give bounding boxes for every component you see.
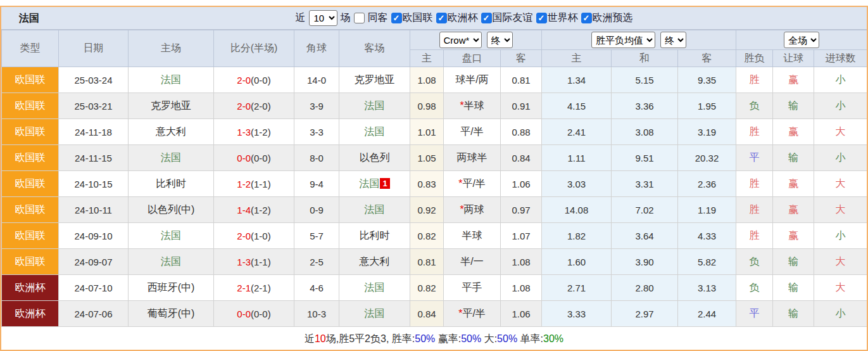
avg-lose-odds: 4.33 <box>678 223 736 249</box>
avg-lose-odds: 20.32 <box>678 145 736 171</box>
match-row: 欧洲杯 24-07-06 葡萄牙(中) 0-0(0-0) 10-3 法国 0.8… <box>2 301 867 327</box>
odds-company-select[interactable]: Crow* <box>439 32 482 48</box>
match-row: 欧国联 24-10-11 以色列(中) 1-4(1-2) 0-9 法国 0.92… <box>2 197 867 223</box>
away-team: 比利时 <box>360 230 390 241</box>
wdl-result: 胜 <box>736 223 773 249</box>
match-date: 24-09-10 <box>59 223 129 249</box>
wdl-result: 负 <box>736 275 773 301</box>
wdl-result: 胜 <box>736 119 773 145</box>
goals-result: 小 <box>814 67 867 93</box>
goals-result: 大 <box>814 197 867 223</box>
handicap-away-odds: 1.08 <box>501 249 542 275</box>
away-team: 法国 <box>365 100 385 111</box>
handicap-away-odds: 0.81 <box>501 67 542 93</box>
handicap-away-odds: 1.06 <box>501 301 542 327</box>
corners: 10-3 <box>294 301 339 327</box>
avg-lose-odds: 3.13 <box>678 275 736 301</box>
let-goal-result: 赢 <box>773 67 814 93</box>
away-team-cell: 法国 <box>339 197 410 223</box>
handicap-home-odds: 0.84 <box>410 301 444 327</box>
handicap-line: 球半/两 <box>455 74 488 85</box>
score-cell: 1-2(1-1) <box>214 171 294 197</box>
league-label: 国际友谊 <box>493 11 533 25</box>
fulltime-score: 0-0 <box>237 309 251 319</box>
home-team: 法国 <box>129 67 214 93</box>
avg-draw-odds: 3.36 <box>612 93 678 119</box>
odds-stage-select[interactable]: 终 <box>487 32 513 48</box>
recent-count-select[interactable]: 10 <box>309 10 337 26</box>
halftime-score: (1-1) <box>251 257 271 267</box>
handicap-line-cell: 平/半 <box>444 119 501 145</box>
summary-part: 50% <box>415 333 435 345</box>
goals-result: 小 <box>814 301 867 327</box>
handicap-home-odds: 0.98 <box>410 93 444 119</box>
handicap-line-cell: 平手 <box>444 275 501 301</box>
corners: 5-7 <box>294 223 339 249</box>
wdl-result: 平 <box>736 301 773 327</box>
away-team: 法国 <box>365 308 385 319</box>
handicap-line: 两球 <box>464 204 484 215</box>
let-goal-result: 输 <box>773 93 814 119</box>
corners: 2-5 <box>294 249 339 275</box>
handicap-away-odds: 1.08 <box>501 275 542 301</box>
summary-part: 10 <box>315 333 326 345</box>
league-checkbox[interactable] <box>436 13 447 23</box>
subcol-header-win: 主 <box>542 50 612 67</box>
avg-win-odds: 14.08 <box>542 197 612 223</box>
let-goal-result: 赢 <box>773 119 814 145</box>
handicap-line-cell: 半/一 <box>444 249 501 275</box>
avg-draw-odds: 3.31 <box>612 171 678 197</box>
handicap-away-odds: 0.84 <box>501 145 542 171</box>
fulltime-group-header: 全场 <box>736 30 867 50</box>
red-card-badge: 1 <box>380 178 389 189</box>
fulltime-score: 1-3 <box>237 257 251 267</box>
let-goal-result: 输 <box>773 249 814 275</box>
match-date: 24-11-15 <box>59 145 129 171</box>
match-row: 欧国联 24-10-15 比利时 1-2(1-1) 9-4 法国1 0.83 *… <box>2 171 867 197</box>
handicap-line: 平/半 <box>462 178 485 189</box>
league-type-badge: 欧国联 <box>2 249 59 275</box>
wdl-result: 胜 <box>736 67 773 93</box>
avg-draw-odds: 7.02 <box>612 197 678 223</box>
away-team: 法国 <box>365 126 385 137</box>
same-venue-checkbox[interactable] <box>354 13 365 23</box>
subcol-header-handicap: 盘口 <box>444 50 501 67</box>
away-team-cell: 法国 <box>339 93 410 119</box>
league-checkbox[interactable] <box>581 13 592 23</box>
wdl-average-group-header: 胜平负均值 终 <box>542 30 736 50</box>
league-type-badge: 欧国联 <box>2 119 59 145</box>
avg-win-odds: 3.03 <box>542 171 612 197</box>
league-checkbox[interactable] <box>536 13 547 23</box>
avg-draw-odds: 2.97 <box>612 301 678 327</box>
wdl-result: 胜 <box>736 197 773 223</box>
avg-draw-odds: 9.51 <box>612 145 678 171</box>
halftime-score: (1-2) <box>251 127 271 137</box>
league-checkbox[interactable] <box>391 13 402 23</box>
halftime-score: (0-0) <box>251 75 271 86</box>
subcol-header-goals: 进球数 <box>814 50 867 67</box>
home-team: 法国 <box>129 145 214 171</box>
halftime-score: (0-0) <box>251 153 271 163</box>
away-team-cell: 法国 <box>339 119 410 145</box>
league-label: 欧国联 <box>403 11 433 25</box>
avg-type-select[interactable]: 胜平负均值 <box>591 32 655 48</box>
away-team: 克罗地亚 <box>355 74 395 85</box>
subcol-header-home-odds: 主 <box>410 50 444 67</box>
home-team: 西班牙(中) <box>129 275 214 301</box>
summary-part: 50% <box>461 333 481 345</box>
league-checkbox[interactable] <box>481 13 492 23</box>
handicap-line: 平/半 <box>462 308 485 319</box>
avg-stage-select[interactable]: 终 <box>660 32 686 48</box>
corners: 8-0 <box>294 145 339 171</box>
halftime-score: (2-1) <box>251 283 271 293</box>
league-filter-friendly: 国际友谊 <box>481 11 533 25</box>
let-goal-result: 输 <box>773 301 814 327</box>
corners: 3-9 <box>294 93 339 119</box>
fulltime-scope-select[interactable]: 全场 <box>784 32 819 48</box>
home-team: 以色列(中) <box>129 197 214 223</box>
match-row: 欧国联 24-11-18 意大利 1-3(1-2) 3-3 法国 1.01 平/… <box>2 119 867 145</box>
handicap-line: 平/半 <box>460 126 483 137</box>
handicap-line: 平手 <box>462 282 482 293</box>
wdl-result: 负 <box>736 249 773 275</box>
league-type-badge: 欧洲杯 <box>2 275 59 301</box>
